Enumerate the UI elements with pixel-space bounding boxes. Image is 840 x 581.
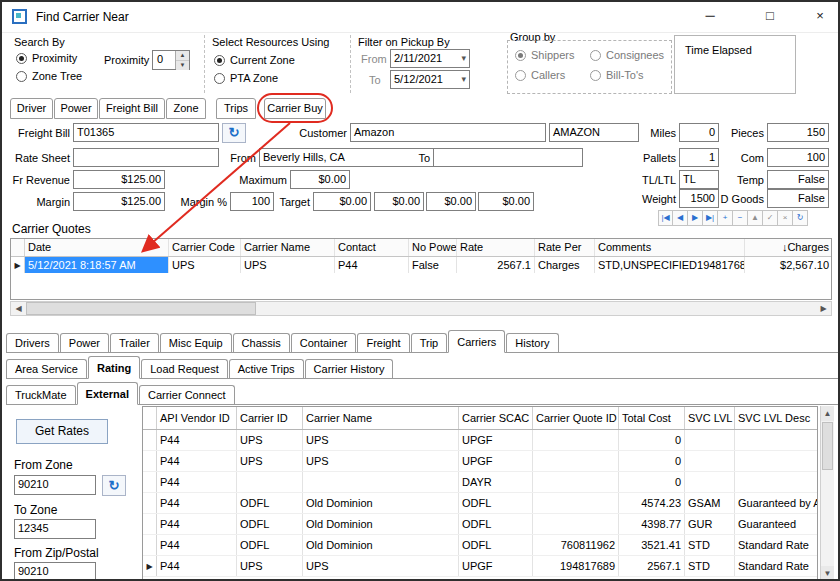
radio-zone-tree[interactable]: Zone Tree [16,69,82,83]
scroll-left-icon[interactable]: ◀ [11,302,26,315]
cell[interactable]: UPS [303,451,459,471]
tab-freight-bill[interactable]: Freight Bill [99,98,165,119]
column-header-svc-lvl-desc[interactable]: SVC LVL Desc [735,407,818,429]
cell[interactable] [533,514,619,534]
freight-bill-input[interactable]: T01365 [73,123,219,142]
column-header-svc-lvl[interactable]: SVC LVL [685,407,735,429]
from-zone-input[interactable]: 90210 [14,475,96,495]
cell[interactable]: DAYR [459,472,533,492]
miles-input[interactable]: 0 [679,123,719,142]
tab-driver[interactable]: Driver [10,98,53,119]
table-row[interactable]: P44 UPS UPS UPGF 0 [143,451,817,472]
tab-carrier-buy[interactable]: Carrier Buy [264,98,326,119]
cell[interactable]: 5/12/2021 8:18:57 AM [25,257,169,273]
cell[interactable]: P44 [335,257,409,273]
table-row[interactable]: P44 ODFL Old Dominion ODFL 4398.77 GUR G… [143,514,817,535]
tab-trip[interactable]: Trip [411,333,448,352]
cell[interactable] [685,451,735,471]
cell[interactable]: ODFL [237,493,303,513]
d-goods-input[interactable]: False [767,189,829,208]
scroll-down-icon[interactable]: ▼ [821,566,834,581]
cell[interactable]: 0 [619,472,685,492]
close-button[interactable]: × [800,2,840,30]
column-header-carrier-scac[interactable]: Carrier SCAC [459,407,533,429]
cell[interactable]: 4574.23 [619,493,685,513]
horizontal-scrollbar[interactable]: ◀ ▶ [10,301,832,316]
weight-input[interactable]: 1500 [679,189,719,208]
cell[interactable]: UPS [303,556,459,576]
column-header-comments[interactable]: Comments [595,239,745,256]
tab-chassis[interactable]: Chassis [233,333,290,352]
tab-misc-equip[interactable]: Misc Equip [160,333,232,352]
radio-callers[interactable]: Callers [515,68,565,82]
cell[interactable]: UPS [237,451,303,471]
cell[interactable]: P44 [157,493,237,513]
cell[interactable] [685,430,735,450]
cell[interactable] [685,472,735,492]
column-header-carrier-quote-id[interactable]: Carrier Quote ID [533,407,619,429]
cell[interactable] [735,430,818,450]
nav-last-icon[interactable]: ▶| [703,210,718,226]
table-row[interactable]: P44 ODFL Old Dominion ODFL 4574.23 GSAM … [143,493,817,514]
cell[interactable] [735,451,818,471]
radio-shippers[interactable]: Shippers [515,48,574,62]
cell[interactable]: 3521.41 [619,535,685,555]
table-row[interactable]: ▶ 5/12/2021 8:18:57 AM UPS UPS P44 False… [11,257,831,273]
cell[interactable]: 760811962 [533,535,619,555]
cell[interactable]: STD [685,556,735,576]
cell[interactable]: UPS [241,257,335,273]
cell[interactable]: $2,567.10 [745,257,832,273]
cell[interactable]: Old Dominion [303,493,459,513]
table-row[interactable]: P44 ODFL Old Dominion ODFL 760811962 352… [143,535,817,556]
cell[interactable] [735,472,818,492]
maximize-button[interactable]: □ [750,2,790,30]
column-header-date[interactable]: Date [25,239,169,256]
customer-input[interactable]: Amazon [350,123,546,142]
cell[interactable] [533,493,619,513]
fr-revenue-input[interactable]: $125.00 [73,170,165,189]
cell[interactable]: 2567.1 [619,556,685,576]
dropdown-icon[interactable]: ▾ [461,52,466,65]
scrollbar-thumb[interactable] [26,302,256,315]
amount3-input[interactable]: $0.00 [426,192,476,211]
tab-power[interactable]: Power [54,98,98,119]
proximity-spinner[interactable]: 0 ▲ ▼ [152,50,190,70]
pickup-from-field[interactable]: 2/11/2021 ▾ [390,49,470,68]
dropdown-icon[interactable]: ▾ [461,73,466,86]
tab-container[interactable]: Container [291,333,357,352]
cell[interactable]: Standard Rate [735,535,818,555]
margin-pct-input[interactable]: 100 [230,192,274,211]
column-header-carrier-code[interactable]: Carrier Code [169,239,241,256]
cell[interactable]: UPGF [459,556,533,576]
table-row-selected[interactable]: ▶ P44 UPS UPS UPGF 194817689 2567.1 STD … [143,556,817,577]
tab-active-trips[interactable]: Active Trips [229,359,304,378]
com-input[interactable]: 100 [767,148,829,167]
column-header-api-vendor-id[interactable]: API Vendor ID [157,407,237,429]
spinner-up-icon[interactable]: ▲ [176,51,189,61]
cell[interactable] [533,451,619,471]
tab-carrier-connect[interactable]: Carrier Connect [139,385,235,404]
cell[interactable]: ODFL [237,535,303,555]
cell[interactable]: Old Dominion [303,514,459,534]
cell[interactable] [237,472,303,492]
cell[interactable]: Old Dominion [303,535,459,555]
column-header-no-power[interactable]: No Power [409,239,457,256]
nav-first-icon[interactable]: |◀ [658,210,673,226]
from-zip-input[interactable]: 90210 [14,562,96,581]
amount2-input[interactable]: $0.00 [374,192,424,211]
cell[interactable]: 194817689 [533,556,619,576]
column-header-total-cost[interactable]: Total Cost [619,407,685,429]
cell[interactable]: GSAM [685,493,735,513]
maximum-input[interactable]: $0.00 [290,170,350,189]
freight-bill-refresh-button[interactable]: ↻ [222,123,246,143]
column-header-rate[interactable]: Rate [457,239,535,256]
customer-code-input[interactable]: AMAZON [549,123,639,142]
cell[interactable]: P44 [157,430,237,450]
column-header-rate-per[interactable]: Rate Per [535,239,595,256]
nav-cancel-icon[interactable]: × [778,210,793,226]
cell[interactable] [533,430,619,450]
radio-proximity[interactable]: Proximity [16,51,77,65]
column-header-carrier-name[interactable]: Carrier Name [241,239,335,256]
cell[interactable]: 4398.77 [619,514,685,534]
cell[interactable]: 0 [619,451,685,471]
